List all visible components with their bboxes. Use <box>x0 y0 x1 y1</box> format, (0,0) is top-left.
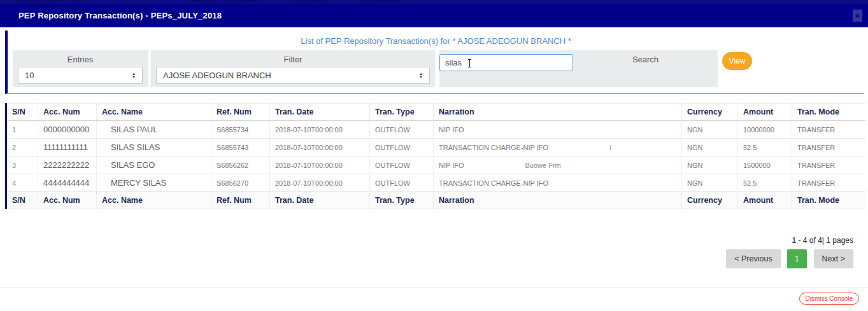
column-header-narration: Narration <box>434 104 682 121</box>
branch-filter-select[interactable]: AJOSE ADEOGUN BRANCH ▲▼ <box>156 67 430 84</box>
app-logo: COMPLIANCE PLUS <box>13 0 85 2</box>
entries-label: Entries <box>13 50 148 64</box>
cell-ref-num: S6856262 <box>211 156 270 174</box>
cell-tran-type: OUTFLOW <box>370 139 434 156</box>
cell-tran-mode: TRANSFER <box>792 156 865 174</box>
pagination-summary: 1 - 4 of 4| 1 pages <box>0 236 853 245</box>
select-arrows-icon: ▲▼ <box>132 73 136 79</box>
transactions-table: S/NAcc. NumAcc. NameRef. NumTran. DateTr… <box>5 103 865 209</box>
search-input-wrap <box>439 50 573 87</box>
column-header-amount: Amount <box>738 104 792 121</box>
cell-narration: TRANSACTION CHARGE-NIP IFOi <box>434 139 682 156</box>
select-arrows-icon: ▲▼ <box>419 73 423 79</box>
current-page-button[interactable]: 1 <box>787 249 807 268</box>
filter-panel: List of PEP Repository Transaction(s) fo… <box>5 31 864 94</box>
cell-tran-type: OUTFLOW <box>370 156 434 174</box>
close-icon[interactable]: × <box>853 10 862 22</box>
column-header-currency: Currency <box>682 104 738 121</box>
column-header-tran-date: Tran. Date <box>270 104 370 121</box>
cell-ref-num: S6855743 <box>211 139 270 156</box>
column-header-tran-type: Tran. Type <box>370 104 434 121</box>
column-header-currency: Currency <box>682 192 738 209</box>
top-menu-item-1[interactable]: Risk Matters▼ <box>290 0 336 2</box>
cell-amount: 10000000 <box>738 121 792 139</box>
cell-acc-num: 4444444444 <box>38 174 97 192</box>
entries-select[interactable]: 10 ▲▼ <box>18 67 143 84</box>
list-heading: List of PEP Repository Transaction(s) fo… <box>8 31 864 46</box>
filter-group: Filter AJOSE ADEOGUN BRANCH ▲▼ <box>151 50 435 87</box>
table-header-row: S/NAcc. NumAcc. NameRef. NumTran. DateTr… <box>6 104 865 121</box>
cell-amount: 1500000 <box>738 156 792 174</box>
dismiss-console-button[interactable]: Dismiss Console <box>799 293 859 305</box>
top-menu-item-2[interactable]: Administration▼ <box>360 0 411 2</box>
cell-currency: NGN <box>682 174 738 192</box>
cell-narration: NIP IFOBuowe Frm <box>434 156 682 174</box>
column-header-ref-num: Ref. Num <box>211 192 270 209</box>
top-menu-item-0[interactable]: Repository Transaction▼ <box>187 0 266 2</box>
column-header-acc-name: Acc. Name <box>97 192 211 209</box>
cell-tran-date: 2018-07-10T00:00:00 <box>270 174 370 192</box>
cell-ref-num: S6855734 <box>211 121 270 139</box>
entries-value: 10 <box>25 71 34 80</box>
column-header-tran-type: Tran. Type <box>370 192 434 209</box>
column-header-sn: S/N <box>6 104 38 121</box>
pagination: 1 - 4 of 4| 1 pages < Previous 1 Next > <box>0 236 868 268</box>
search-input[interactable] <box>439 54 573 71</box>
cell-tran-mode: TRANSFER <box>792 121 865 139</box>
column-header-tran-mode: Tran. Mode <box>792 104 865 121</box>
filter-label: Filter <box>151 50 435 64</box>
column-header-tran-mode: Tran. Mode <box>792 192 865 209</box>
title-bar: PEP Repository Transaction(s) - PEPs_JUL… <box>0 4 868 27</box>
column-header-acc-num: Acc. Num <box>38 104 97 121</box>
cell-currency: NGN <box>682 139 738 156</box>
cell-narration: TRANSACTION CHARGE-NIP IFO <box>434 174 682 192</box>
text-cursor-icon <box>469 59 470 67</box>
cell-sn: 1 <box>6 121 38 139</box>
view-button[interactable]: View <box>722 52 752 70</box>
entries-group: Entries 10 ▲▼ <box>13 50 148 87</box>
cell-acc-name: SILAS SILAS <box>97 139 211 156</box>
cell-acc-num: 0000000000 <box>38 121 97 139</box>
page-title: PEP Repository Transaction(s) - PEPs_JUL… <box>18 11 222 20</box>
cell-acc-num: 2222222222 <box>38 156 97 174</box>
table-row: 32222222222SILAS EGOS68562622018-07-10T0… <box>6 156 865 174</box>
cell-narration: NIP IFO <box>434 121 682 139</box>
cell-currency: NGN <box>682 121 738 139</box>
table-row: 211111111111SILAS SILASS68557432018-07-1… <box>6 139 865 156</box>
branch-filter-value: AJOSE ADEOGUN BRANCH <box>163 71 271 80</box>
chevron-down-icon: ▼ <box>261 0 266 1</box>
column-header-narration: Narration <box>434 192 682 209</box>
cell-amount: 52.5 <box>738 174 792 192</box>
cell-acc-name: MERCY SILAS <box>97 174 211 192</box>
table-row: 44444444444MERCY SILASS68562702018-07-10… <box>6 174 865 192</box>
search-group: Search <box>439 50 718 87</box>
table-row: 10000000000SILAS PAULS68557342018-07-10T… <box>6 121 865 139</box>
cell-tran-date: 2018-07-10T00:00:00 <box>270 139 370 156</box>
cell-tran-date: 2018-07-10T00:00:00 <box>270 156 370 174</box>
cell-amount: 52.5 <box>738 139 792 156</box>
cell-ref-num: S6856270 <box>211 174 270 192</box>
next-page-button[interactable]: Next > <box>814 249 853 268</box>
cell-acc-num: 11111111111 <box>38 139 97 156</box>
cell-currency: NGN <box>682 156 738 174</box>
top-menu: Repository Transaction▼Risk Matters▼Admi… <box>187 0 411 2</box>
cell-sn: 2 <box>6 139 38 156</box>
chevron-down-icon: ▼ <box>407 0 411 1</box>
cell-tran-date: 2018-07-10T00:00:00 <box>270 121 370 139</box>
table-footer-header-row: S/NAcc. NumAcc. NameRef. NumTran. DateTr… <box>6 192 865 209</box>
column-header-tran-date: Tran. Date <box>270 192 370 209</box>
filter-controls: Entries 10 ▲▼ Filter AJOSE ADEOGUN BRANC… <box>13 50 858 87</box>
console-strip: Dismiss Console <box>0 287 868 311</box>
page: COMPLIANCE PLUS Repository Transaction▼R… <box>0 0 868 311</box>
previous-page-button[interactable]: < Previous <box>726 249 780 268</box>
column-header-ref-num: Ref. Num <box>211 104 270 121</box>
chevron-down-icon: ▼ <box>331 0 336 1</box>
search-label: Search <box>573 50 718 87</box>
column-header-amount: Amount <box>738 192 792 209</box>
column-header-acc-num: Acc. Num <box>38 192 97 209</box>
cell-sn: 3 <box>6 156 38 174</box>
cell-sn: 4 <box>6 174 38 192</box>
cell-acc-name: SILAS EGO <box>97 156 211 174</box>
cell-tran-mode: TRANSFER <box>792 139 865 156</box>
cell-tran-type: OUTFLOW <box>370 174 434 192</box>
